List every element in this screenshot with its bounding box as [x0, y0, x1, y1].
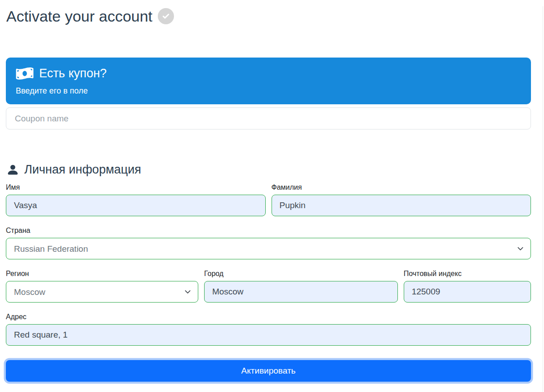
coupon-banner-heading: Есть купон?	[39, 65, 107, 81]
address-field-group: Адрес	[6, 313, 531, 346]
address-input[interactable]	[6, 324, 531, 346]
region-label: Регион	[6, 270, 198, 278]
region-field-group: Регион Moscow	[6, 270, 198, 303]
first-name-field-group: Имя	[6, 183, 266, 216]
country-select-wrap: Russian Federation	[6, 238, 531, 259]
address-label: Адрес	[6, 313, 531, 321]
page-title-text: Activate your account	[6, 6, 152, 26]
last-name-label: Фамилия	[272, 183, 531, 192]
postal-code-input[interactable]	[404, 281, 531, 303]
country-label: Страна	[6, 227, 531, 235]
personal-info-heading: Личная информация	[6, 161, 531, 178]
page-title: Activate your account	[6, 6, 531, 26]
activation-page: Activate your account Есть купон? Введит…	[0, 6, 543, 392]
country-select[interactable]: Russian Federation	[6, 238, 531, 259]
personal-info-heading-text: Личная информация	[24, 161, 141, 178]
coupon-banner: Есть купон? Введите его в поле	[6, 58, 531, 104]
postal-code-label: Почтовый индекс	[404, 270, 531, 278]
first-name-input[interactable]	[6, 195, 266, 216]
last-name-field-group: Фамилия	[272, 183, 531, 216]
person-icon	[6, 163, 19, 176]
check-circle-icon	[158, 8, 174, 24]
coupon-input[interactable]	[6, 107, 531, 129]
city-field-group: Город	[204, 270, 398, 303]
coupon-banner-subheading: Введите его в поле	[16, 86, 521, 96]
cash-icon	[16, 67, 34, 80]
location-row: Регион Moscow Город Почтовый инд	[6, 270, 531, 303]
region-select-wrap: Moscow	[6, 281, 198, 303]
city-input[interactable]	[204, 281, 398, 303]
last-name-input[interactable]	[272, 195, 531, 216]
postal-code-field-group: Почтовый индекс	[404, 270, 531, 303]
region-select[interactable]: Moscow	[6, 281, 198, 303]
first-name-label: Имя	[6, 183, 266, 192]
coupon-banner-heading-row: Есть купон?	[16, 65, 521, 81]
name-row: Имя Фамилия	[6, 183, 531, 216]
personal-info-form: Имя Фамилия Страна Russian Federation	[6, 183, 531, 382]
activate-button[interactable]: Активировать	[6, 360, 531, 382]
city-label: Город	[204, 270, 398, 278]
country-field-group: Страна Russian Federation	[6, 227, 531, 259]
